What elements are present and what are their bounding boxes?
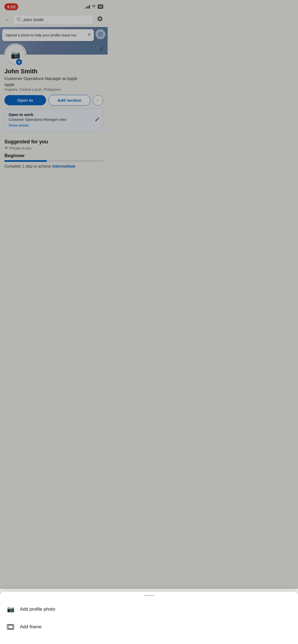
dim-overlay	[0, 0, 108, 233]
